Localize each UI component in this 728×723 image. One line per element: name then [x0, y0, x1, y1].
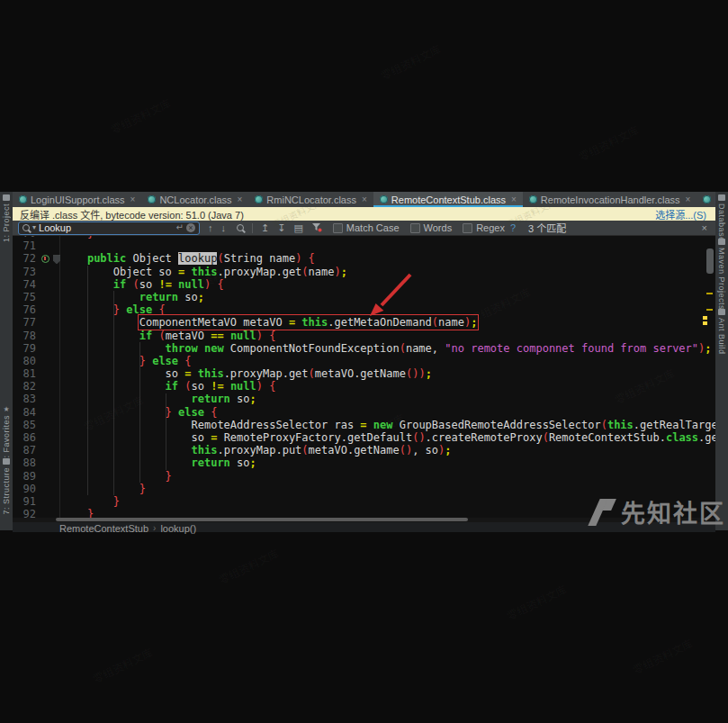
- code-line[interactable]: 91 }: [13, 495, 715, 508]
- code-text: ComponentMetaVO metaVO = this.getMetaOnD…: [61, 316, 715, 329]
- code-line[interactable]: 76 } else {: [13, 303, 715, 316]
- code-line[interactable]: 89 }: [13, 470, 715, 483]
- code-text: }: [61, 470, 715, 483]
- stripe-label: 7: Structure: [2, 467, 11, 515]
- words-checkbox[interactable]: Words: [410, 222, 453, 233]
- code-line[interactable]: 80 } else {: [13, 355, 715, 367]
- search-stripe-mark[interactable]: [703, 321, 707, 325]
- chevron-down-icon[interactable]: ▾: [32, 224, 36, 231]
- code-line[interactable]: 72 public Object lookup(String name) {: [13, 252, 715, 265]
- code-line[interactable]: 92 }: [13, 508, 715, 518]
- close-tab-icon[interactable]: ×: [130, 194, 136, 204]
- watermark-tile: 零组资料文库: [108, 95, 173, 137]
- structure-icon: [3, 458, 10, 465]
- close-tab-icon[interactable]: ×: [362, 194, 367, 204]
- left-toolwindow-stripe: 1: Project ★ 2: Favorites 7: Structure: [0, 192, 13, 530]
- tab-RemoteInvocationHandler.class[interactable]: RemoteInvocationHandler.class×: [523, 192, 697, 207]
- code-line[interactable]: 79 throw new ComponentNotFoundException(…: [13, 342, 715, 355]
- code-text: if (so != null) {: [61, 380, 715, 393]
- previous-occurrence-button[interactable]: ↑: [208, 223, 213, 233]
- newline-icon[interactable]: ↵: [176, 223, 184, 232]
- search-icon: [22, 224, 30, 231]
- override-method-icon[interactable]: [41, 255, 49, 263]
- close-search-icon[interactable]: ×: [702, 222, 707, 233]
- code-line[interactable]: 87 this.proxyMap.put(metaVO.getName(), s…: [13, 444, 715, 456]
- horizontal-scrollbar[interactable]: [56, 518, 468, 521]
- tab-LoginUISupport.class[interactable]: LoginUISupport.class×: [13, 192, 141, 207]
- sidebar-item-ant-build[interactable]: Ant Build: [715, 309, 728, 355]
- sidebar-item-structure[interactable]: 7: Structure: [0, 458, 13, 515]
- code-text: }: [61, 495, 715, 508]
- tab-RemoteUtil.class[interactable]: RemoteUtil.class×: [697, 192, 715, 207]
- stripe-label: Database: [717, 203, 726, 242]
- choose-sources-link[interactable]: 选择源...(S): [655, 207, 706, 221]
- watermark-tile: 零组资料文库: [630, 635, 695, 677]
- line-number: 82: [13, 380, 61, 393]
- next-occurrence-button[interactable]: ↓: [221, 223, 227, 233]
- match-case-checkbox[interactable]: Match Case: [333, 222, 400, 233]
- code-line[interactable]: 78 if (metaVO == null) {: [13, 330, 715, 342]
- code-line[interactable]: 73 Object so = this.proxyMap.get(name);: [13, 266, 715, 278]
- code-line[interactable]: 83 return so;: [13, 393, 715, 405]
- tab-RmiNCLocator.class[interactable]: RmiNCLocator.class×: [248, 192, 373, 207]
- code-line[interactable]: 84 } else {: [13, 406, 715, 419]
- code-text: Object so = this.proxyMap.get(name);: [61, 266, 715, 278]
- select-all-occurrences-icon[interactable]: ▤: [293, 223, 302, 233]
- first-occurrence-icon[interactable]: ↥: [261, 223, 269, 233]
- code-line[interactable]: 86 so = RemoteProxyFactory.getDefault().…: [13, 431, 715, 444]
- sidebar-item-favorites[interactable]: ★ 2: Favorites: [0, 406, 13, 463]
- code-line[interactable]: 77 ComponentMetaVO metaVO = this.getMeta…: [13, 316, 715, 329]
- tab-NCLocator.class[interactable]: NCLocator.class×: [141, 192, 248, 207]
- close-tab-icon[interactable]: ×: [686, 194, 691, 204]
- search-stripe-mark[interactable]: [706, 309, 713, 311]
- code-text: return so;: [61, 393, 715, 405]
- regex-help-icon[interactable]: ?: [510, 222, 516, 233]
- watermark-tile: 零组资料文库: [90, 644, 155, 686]
- code-line[interactable]: 90 }: [13, 483, 715, 495]
- code-line[interactable]: 82 if (so != null) {: [13, 380, 715, 393]
- breadcrumb-separator-icon: ›: [153, 523, 156, 533]
- line-number: 84: [13, 406, 61, 419]
- code-text: } else {: [61, 406, 715, 419]
- maven-icon: [718, 239, 725, 245]
- code-editor[interactable]: 70 }7172 public Object lookup(String nam…: [13, 236, 715, 518]
- code-line[interactable]: 75 return so;: [13, 291, 715, 303]
- line-number: 78: [13, 330, 61, 342]
- right-toolwindow-stripe: Database Maven Projects Ant Build: [715, 192, 728, 530]
- sidebar-item-database[interactable]: Database: [715, 194, 728, 242]
- tab-RemoteContextStub.class[interactable]: RemoteContextStub.class×: [373, 192, 523, 207]
- breadcrumb-class[interactable]: RemoteContextStub: [59, 523, 148, 534]
- line-number: 86: [13, 431, 61, 444]
- filter-icon[interactable]: [311, 222, 322, 234]
- code-line[interactable]: 74 if (so != null) {: [13, 278, 715, 291]
- line-number: 92: [13, 508, 61, 518]
- search-query-text: Lookup: [39, 222, 174, 233]
- find-all-icon[interactable]: [237, 224, 244, 231]
- code-line[interactable]: 81 so = this.proxyMap.get(metaVO.getName…: [13, 367, 715, 380]
- search-stripe-mark[interactable]: [703, 316, 707, 320]
- code-lines: 70 }7172 public Object lookup(String nam…: [13, 236, 715, 518]
- search-input[interactable]: ▾ Lookup ↵ ×: [18, 221, 200, 235]
- class-file-icon: [255, 195, 263, 203]
- line-number: 79: [13, 342, 61, 355]
- code-text: RemoteAddressSelector ras = new GroupBas…: [61, 419, 715, 431]
- code-line[interactable]: 88 return so;: [13, 456, 715, 469]
- regex-checkbox[interactable]: Regex ?: [463, 222, 516, 233]
- vertical-scrollbar[interactable]: [706, 249, 714, 274]
- class-file-icon: [529, 195, 537, 203]
- screenshot-root: 1: Project ★ 2: Favorites 7: Structure D…: [0, 0, 728, 723]
- code-text: } else {: [61, 303, 715, 316]
- breadcrumb-method[interactable]: lookup(): [160, 523, 196, 534]
- sidebar-item-maven[interactable]: Maven Projects: [715, 239, 728, 310]
- last-occurrence-icon[interactable]: ↧: [277, 223, 285, 233]
- search-stripe-mark[interactable]: [706, 293, 713, 294]
- star-icon: ★: [3, 406, 9, 412]
- code-text: }: [61, 508, 715, 518]
- code-line[interactable]: 85 RemoteAddressSelector ras = new Group…: [13, 419, 715, 431]
- stripe-label: Maven Projects: [717, 248, 726, 310]
- sidebar-item-project[interactable]: 1: Project: [0, 194, 13, 242]
- close-tab-icon[interactable]: ×: [238, 194, 243, 204]
- close-tab-icon[interactable]: ×: [511, 194, 517, 204]
- code-line[interactable]: 71: [13, 239, 715, 252]
- clear-search-icon[interactable]: ×: [186, 223, 195, 232]
